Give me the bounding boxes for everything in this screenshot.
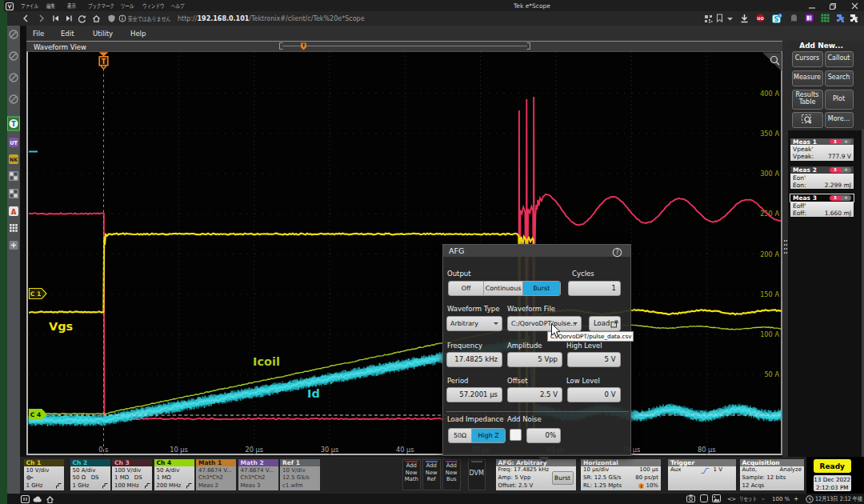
channel-badge-ch1[interactable]: Ch 110 V/div1 GHz <box>24 459 64 490</box>
panel-add-icon[interactable] <box>10 241 18 250</box>
amplitude-input[interactable]: 5 Vpp <box>507 352 562 367</box>
waveform-file-dropdown[interactable]: C:/QorvoDPT/pulse... <box>507 316 582 331</box>
dvm-badge[interactable]: DVM <box>468 459 486 490</box>
titlebar-menu-1[interactable]: 編集 <box>46 0 58 11</box>
meas-badge-3[interactable]: Meas 33+Eoff'Eoff:1.660 mJ <box>790 194 854 217</box>
channel-badge-ref1[interactable]: Ref 110 V/div12.5 GS/sc1.wfm <box>280 459 320 490</box>
meas-badge-2[interactable]: Meas 23+Eon'Eon:2.299 mJ <box>790 166 854 189</box>
zoom-reset-button[interactable]: リセット <box>739 494 764 504</box>
meas-badge-1[interactable]: Meas 13+Vpeak'Vpeak:777.9 V <box>790 138 854 161</box>
button-more[interactable]: More... <box>825 112 854 128</box>
titlebar-menu-3[interactable]: ブックマーク <box>88 0 125 11</box>
minimize-icon[interactable] <box>807 2 817 10</box>
horizontal-position-slider[interactable]: T <box>276 41 534 51</box>
reload-icon[interactable] <box>78 14 86 23</box>
info-icon[interactable] <box>118 14 126 22</box>
scope-menu-help[interactable]: Help <box>130 26 146 41</box>
close-icon[interactable] <box>850 2 858 10</box>
address-url[interactable]: http://192.168.0.101/Tektronix#/client/c… <box>178 11 365 26</box>
titlebar-menu-6[interactable]: ヘルプ <box>171 0 190 11</box>
output-burst-button[interactable]: Burst <box>523 282 560 295</box>
extensions-icon[interactable] <box>850 14 858 22</box>
splitter-handle[interactable] <box>783 238 788 256</box>
output-off-button[interactable]: Off <box>449 282 484 295</box>
afg-badge[interactable]: AFG: ArbitraryFreq: 17.4825 kHzAmp: 5 Vp… <box>496 459 576 490</box>
qr-code-icon[interactable] <box>704 14 713 23</box>
output-continuous-button[interactable]: Continuous <box>484 282 522 295</box>
add-new-ref-button[interactable]: AddNewRef <box>422 459 441 490</box>
button-zoom-mode[interactable] <box>792 112 823 128</box>
add-new-math-button[interactable]: AddNewMath <box>402 459 421 490</box>
titlebar-menu-0[interactable]: ファイル <box>21 0 46 11</box>
button-search[interactable]: Search <box>825 70 854 86</box>
add-new-bus-button[interactable]: AddNewBus <box>442 459 461 490</box>
zoom-corner-button[interactable] <box>762 53 782 72</box>
panel-ut-icon[interactable]: UT <box>9 138 18 147</box>
titlebar-menu-2[interactable]: 表示 <box>67 0 79 11</box>
ghost-ext-icon[interactable] <box>790 14 798 22</box>
cycles-input[interactable]: 1 <box>568 281 621 296</box>
afg-dialog-header[interactable]: AFG <box>443 245 630 257</box>
help-icon[interactable]: ? <box>612 247 622 258</box>
scope-menu-file[interactable]: File <box>33 26 44 41</box>
home-icon[interactable] <box>92 14 101 23</box>
panel-scrollbar[interactable] <box>862 129 864 457</box>
scope-menu-utility[interactable]: Utility <box>93 26 113 41</box>
sync-cloud-icon[interactable] <box>33 495 42 503</box>
shield-icon[interactable] <box>108 14 115 22</box>
impedance-50ohm-button[interactable]: 50Ω <box>449 429 472 442</box>
panel-mosaic-icon[interactable] <box>9 171 18 181</box>
zoom-out-button[interactable]: – <box>762 494 765 504</box>
panel-mosaic-icon[interactable] <box>9 189 18 198</box>
channel-badge-ch3[interactable]: Ch 3100 V/div1 MΩ DS100 MHz <box>112 459 152 490</box>
button-cursors[interactable]: Cursors <box>792 51 823 67</box>
acquisition-badge[interactable]: AcquisitionAuto,AnalyzeSample: 12 bits12… <box>740 459 805 490</box>
offset-input[interactable]: 2.5 V <box>507 387 562 402</box>
panel-nk-icon[interactable]: NK <box>9 154 18 164</box>
titlebar-menu-4[interactable]: ツール <box>121 0 139 11</box>
horizontal-badge[interactable]: Horizontal10 µs/div100 µsSR: 12.5 GS/s80… <box>581 459 661 490</box>
channel-badge-ch2[interactable]: Ch 250 A/div50 Ω DS1 GHz <box>70 459 110 490</box>
channel-badge-ch4[interactable]: Ch 450 A/div1 MΩ200 MHz <box>154 459 194 490</box>
panel-active-icon[interactable]: T <box>8 117 20 130</box>
rewind-icon[interactable] <box>52 14 60 22</box>
load-button[interactable]: Load <box>589 316 621 331</box>
home-status-icon[interactable] <box>46 495 54 504</box>
panel-webpanel-icon[interactable] <box>10 74 18 82</box>
maximize-icon[interactable] <box>829 2 837 10</box>
zoom-in-button[interactable]: + <box>794 494 798 504</box>
page-actions-icon[interactable]: <> <box>727 494 736 504</box>
panel-webpanel-icon[interactable] <box>10 95 18 103</box>
period-input[interactable]: 57.2001 µs <box>446 387 502 402</box>
forward-icon[interactable] <box>38 14 46 22</box>
waveform-type-dropdown[interactable]: Arbitrary <box>446 316 502 331</box>
panel-grid-icon[interactable] <box>10 224 18 232</box>
images-toggle-icon[interactable] <box>712 494 721 502</box>
session-ext-icon[interactable]: S3 <box>772 14 782 23</box>
afg-burst-button[interactable]: Burst <box>552 471 574 485</box>
back-icon[interactable] <box>22 14 30 22</box>
button-plot[interactable]: Plot <box>825 90 854 110</box>
panel-webpanel-icon[interactable] <box>10 30 18 38</box>
high-level-input[interactable]: 5 V <box>567 352 621 367</box>
trigger-badge[interactable]: TriggerAux1 V <box>668 459 736 490</box>
panel-webpanel-icon[interactable] <box>10 52 18 60</box>
channel-badge-math1[interactable]: Math 147.6674 V...Ch3*Ch2Meas 2 <box>196 459 236 490</box>
noise-percent-input[interactable]: 0% <box>526 428 561 443</box>
dropdown-caret-icon[interactable] <box>726 17 734 22</box>
add-noise-checkbox[interactable] <box>510 429 522 441</box>
button-measure[interactable]: Measure <box>792 70 823 86</box>
panel-a-icon[interactable]: A <box>9 206 18 216</box>
fast-forward-icon[interactable] <box>65 14 73 22</box>
panel-toggle-icon[interactable] <box>21 495 30 503</box>
impedance-highz-button[interactable]: High Z <box>472 429 505 442</box>
office-ext-icon[interactable] <box>805 14 814 22</box>
tiling-icon[interactable] <box>700 494 708 502</box>
adblock-ext-icon[interactable]: UO <box>756 14 765 22</box>
scope-menu-edit[interactable]: Edit <box>61 26 74 41</box>
channel-badge-math2[interactable]: Math 247.6674 V...Ch3*Ch2Meas 3 <box>238 459 278 490</box>
frequency-input[interactable]: 17.4825 kHz <box>446 352 502 367</box>
bookmark-icon[interactable] <box>716 14 723 22</box>
button-results-table[interactable]: Results Table <box>792 90 823 110</box>
puzzle-ext-icon[interactable] <box>836 14 845 22</box>
